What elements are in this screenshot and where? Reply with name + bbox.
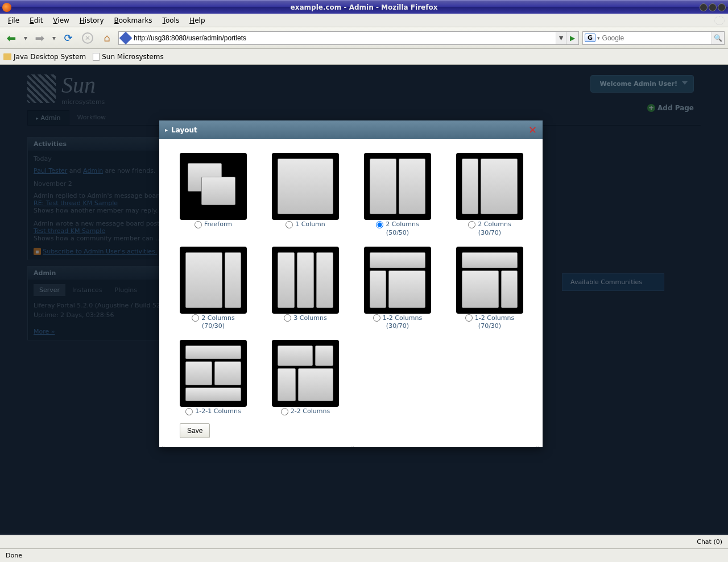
search-input[interactable]: [601, 33, 712, 43]
bookmark-sun[interactable]: Sun Microsystems: [93, 53, 164, 61]
search-go-button[interactable]: 🔍: [712, 32, 724, 44]
menu-help[interactable]: Help: [185, 15, 209, 26]
layout-thumb-1col[interactable]: [272, 153, 339, 220]
layout-thumb-12col7030[interactable]: [456, 247, 523, 314]
layout-radio-12col3070[interactable]: 1-2 Columns (30/70): [373, 314, 422, 330]
menubar: File Edit View History Bookmarks Tools H…: [0, 14, 728, 27]
layout-thumb-2col3070[interactable]: [456, 153, 523, 220]
search-engine-dropdown[interactable]: ▾: [597, 35, 600, 41]
close-window-button[interactable]: [718, 3, 726, 11]
minimize-button[interactable]: [700, 3, 708, 11]
page-icon: [93, 53, 100, 61]
menu-history[interactable]: History: [75, 15, 109, 26]
modal-titlebar: ▸ Layout ✕: [159, 120, 543, 139]
close-icon[interactable]: ✕: [528, 124, 537, 136]
bookmark-jds[interactable]: Java Desktop System: [3, 53, 86, 61]
layout-modal: ▸ Layout ✕ Freeform 1 Column: [159, 120, 543, 447]
modal-title: Layout: [171, 126, 197, 134]
reload-button[interactable]: ⟳: [60, 30, 76, 46]
home-button[interactable]: ⌂: [99, 30, 115, 46]
window-title: example.com - Admin - Mozilla Firefox: [291, 3, 438, 11]
bookmark-label: Sun Microsystems: [102, 53, 164, 61]
throbber-icon: [714, 16, 725, 25]
menu-tools[interactable]: Tools: [158, 15, 184, 26]
status-bar: Done: [0, 548, 728, 562]
layout-thumb-freeform[interactable]: [180, 153, 247, 220]
menu-edit[interactable]: Edit: [25, 15, 47, 26]
resize-handle-s[interactable]: ⣀: [351, 442, 355, 446]
chat-toggle[interactable]: Chat (0): [697, 538, 722, 546]
bookmarks-toolbar: Java Desktop System Sun Microsystems: [0, 49, 728, 65]
layout-thumb-22col[interactable]: [272, 340, 339, 407]
search-engine-icon[interactable]: G: [585, 34, 595, 42]
go-button[interactable]: ▶: [566, 32, 578, 44]
menu-file[interactable]: File: [3, 15, 24, 26]
layout-thumb-12col3070[interactable]: [364, 247, 431, 314]
layout-thumb-3col[interactable]: [272, 247, 339, 314]
layout-radio-22col[interactable]: 2-2 Columns: [281, 407, 330, 415]
layout-radio-3col[interactable]: 3 Columns: [284, 314, 326, 322]
forward-dropdown[interactable]: ▾: [51, 34, 57, 42]
layout-radio-2col5050[interactable]: 2 Columns (50/50): [376, 220, 419, 236]
window-titlebar: example.com - Admin - Mozilla Firefox: [0, 0, 728, 14]
back-button[interactable]: ⬅: [3, 30, 19, 46]
folder-icon: [3, 53, 11, 60]
layout-radio-2col3070[interactable]: 2 Columns (30/70): [468, 220, 511, 236]
nav-toolbar: ⬅ ▾ ➡ ▾ ⟳ ✕ ⌂ ▼ ▶ G ▾ 🔍: [0, 27, 728, 49]
resize-handle-sw[interactable]: ⣀: [162, 442, 166, 446]
firefox-icon: [2, 3, 11, 12]
chat-bar: Chat (0): [0, 535, 728, 548]
layout-radio-1col[interactable]: 1 Column: [286, 220, 325, 228]
maximize-button[interactable]: [709, 3, 717, 11]
save-button[interactable]: Save: [180, 423, 210, 438]
layout-radio-121col[interactable]: 1-2-1 Columns: [185, 407, 241, 415]
search-bar: G ▾ 🔍: [582, 31, 725, 45]
layout-radio-2col7030[interactable]: 2 Columns (70/30): [192, 314, 234, 330]
layout-thumb-2col7030[interactable]: [180, 247, 247, 314]
menu-view[interactable]: View: [48, 15, 73, 26]
url-history-dropdown[interactable]: ▼: [556, 32, 566, 44]
layout-radio-12col7030[interactable]: 1-2 Columns (70/30): [465, 314, 514, 330]
url-input[interactable]: [133, 33, 556, 43]
status-text: Done: [6, 552, 22, 559]
stop-button: ✕: [80, 30, 96, 46]
layout-radio-freeform[interactable]: Freeform: [195, 220, 232, 228]
back-dropdown[interactable]: ▾: [23, 34, 28, 42]
menu-bookmarks[interactable]: Bookmarks: [110, 15, 157, 26]
site-favicon: [119, 31, 133, 44]
bookmark-label: Java Desktop System: [14, 53, 86, 61]
address-bar: ▼ ▶: [118, 31, 579, 45]
layout-thumb-2col5050[interactable]: [364, 153, 431, 220]
layout-thumb-121col[interactable]: [180, 340, 247, 407]
forward-button: ➡: [32, 30, 48, 46]
expand-icon: ▸: [165, 127, 168, 133]
resize-handle-se[interactable]: ⣀: [536, 442, 540, 446]
